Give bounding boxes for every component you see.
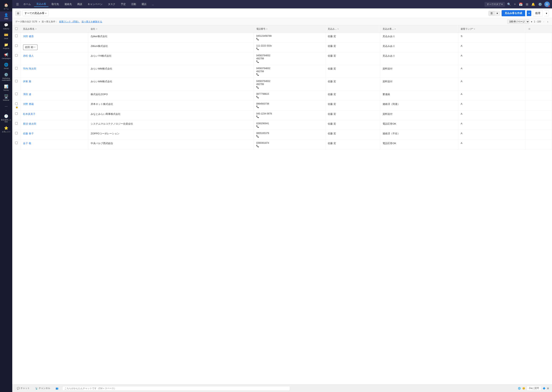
- filter-button[interactable]: ⊟: [15, 11, 21, 16]
- row-checkbox[interactable]: [15, 132, 18, 134]
- row-checkbox[interactable]: [15, 44, 18, 47]
- topnav-item-商談[interactable]: 商談: [75, 2, 85, 7]
- sidebar-item-survey[interactable]: 📊 Survey: [0, 83, 12, 93]
- header-rank-filter-icon[interactable]: ≡: [474, 28, 475, 30]
- header-company-filter-icon[interactable]: ≡: [96, 28, 97, 30]
- highlighted-name-cell[interactable]: 岩田 裕一: [23, 44, 37, 50]
- user-avatar[interactable]: 佐: [544, 1, 550, 7]
- header-status-filter-icon[interactable]: ≡: [394, 28, 396, 30]
- phone-call-icon[interactable]: 📞: [256, 38, 323, 40]
- phone-call-icon[interactable]: 📞: [256, 115, 323, 118]
- lead-name-link[interactable]: 澤田 遼: [23, 93, 31, 96]
- topnav-item-連絡先[interactable]: 連絡先: [62, 2, 74, 7]
- lead-name-link[interactable]: 金子 敬: [23, 142, 31, 145]
- phone-call-icon[interactable]: 📞: [256, 48, 323, 50]
- lead-name-link[interactable]: 赤松 億人: [23, 54, 34, 57]
- phone-call-icon[interactable]: 📞: [256, 145, 323, 147]
- header-owner-filter-icon[interactable]: ≡: [338, 28, 339, 30]
- menu-toggle-button[interactable]: ☰: [15, 2, 20, 7]
- list-view-button[interactable]: ☰: [488, 11, 495, 16]
- people-tab[interactable]: 👥: [54, 386, 60, 391]
- row-checkbox[interactable]: [15, 35, 18, 37]
- sidebar-item-crm[interactable]: 👤 CRM: [0, 12, 12, 21]
- topnav-item-キャンペーン[interactable]: キャンペーン: [85, 2, 105, 7]
- sidebar-item-favorites[interactable]: ⭐ お気に入り: [0, 124, 12, 134]
- phone-call-icon[interactable]: 📞: [256, 86, 323, 89]
- sort-field[interactable]: 顧客ランク（昇順）: [59, 20, 80, 23]
- lead-name-link[interactable]: 伊東 雅: [23, 80, 31, 83]
- chat-input[interactable]: [62, 386, 290, 391]
- table-row: 金子 敬 中央バルブ西武組合 0390361874 📞 佐藤 宏 電話応答OK …: [12, 140, 552, 149]
- topnav-item-通話[interactable]: 通話: [139, 2, 149, 7]
- create-lead-button[interactable]: 見込み客を作成: [501, 10, 525, 16]
- bell-icon[interactable]: 🔔: [530, 2, 536, 7]
- prev-page-button[interactable]: ‹: [543, 20, 545, 24]
- row-checkbox[interactable]: [15, 67, 18, 70]
- header-phone-filter-icon[interactable]: ≡: [266, 28, 267, 30]
- sidebar-item-webinar[interactable]: 🖥️ Webinar: [0, 93, 12, 103]
- topnav-item-取引先[interactable]: 取引先: [49, 2, 61, 7]
- create-lead-dropdown-button[interactable]: ▾: [527, 11, 531, 16]
- topnav-item-...[interactable]: ...: [150, 2, 156, 7]
- lead-name-link[interactable]: 松本真美子: [23, 112, 36, 115]
- sidebar-item-more[interactable]: ··· ...: [0, 103, 12, 112]
- topnav-item-見込み客[interactable]: 見込み客: [34, 1, 49, 7]
- settings-icon[interactable]: ⚙️: [537, 2, 543, 7]
- process-button[interactable]: 処理: [533, 10, 543, 16]
- phone-call-icon[interactable]: 📞: [256, 96, 323, 98]
- channel-tab[interactable]: 📡 チャンネル: [34, 386, 52, 391]
- topnav-item-ホーム[interactable]: ホーム: [21, 2, 33, 7]
- chat-tab[interactable]: 💬 チャット: [15, 386, 31, 391]
- sidebar-item-campaigns[interactable]: 📢 Campaigns: [0, 51, 12, 61]
- bottom-icon2[interactable]: ⊞: [547, 387, 549, 390]
- grid-icon[interactable]: ⊞: [525, 2, 529, 7]
- sidebar-item-recent[interactable]: 🕐 最近使用した 項目: [0, 112, 12, 125]
- sort-clear[interactable]: 並べ替えを解除する: [81, 20, 102, 23]
- search-icon[interactable]: 🔍: [506, 2, 512, 7]
- sidebar-item-projects[interactable]: 📁 Projects: [0, 41, 12, 51]
- lead-name-link[interactable]: 那須 徳太郎: [23, 122, 36, 125]
- row-checkbox[interactable]: [15, 54, 18, 57]
- calendar-icon[interactable]: 📅: [518, 2, 523, 7]
- header-name-filter-icon[interactable]: ≡: [35, 28, 36, 30]
- row-checkbox[interactable]: [15, 142, 18, 144]
- sidebar-item-social[interactable]: 🌐 Social: [0, 61, 12, 71]
- zia-button[interactable]: Ziaに質問: [527, 386, 541, 391]
- per-page-select[interactable]: 100 件 / ページ 50 件 / ページ 25 件 / ページ: [507, 19, 529, 24]
- phone-call-icon[interactable]: 📞: [256, 60, 323, 63]
- lead-name-cell: 宇内 翔太郎: [21, 65, 88, 78]
- sidebar-item-desk[interactable]: 🎫 Desk: [0, 31, 12, 41]
- topnav-item-活動[interactable]: 活動: [129, 2, 138, 7]
- row-checkbox[interactable]: [15, 112, 18, 115]
- row-checkbox[interactable]: [15, 80, 18, 82]
- row-checkbox[interactable]: [15, 93, 18, 95]
- select-all-checkbox[interactable]: [15, 27, 18, 30]
- topnav-item-タスク[interactable]: タスク: [106, 2, 118, 7]
- add-icon[interactable]: +: [513, 2, 516, 7]
- phone-call-icon[interactable]: 📞: [256, 135, 323, 138]
- next-page-button[interactable]: ›: [546, 20, 549, 24]
- column-resize-button[interactable]: ⊞: [528, 27, 531, 31]
- bottom-icon1[interactable]: 🔷: [543, 387, 545, 390]
- phone-number: 04583764832: [256, 67, 323, 70]
- sidebar-item-home[interactable]: 🏠 ホーム: [0, 1, 12, 12]
- phone-call-icon[interactable]: 📞: [256, 105, 323, 108]
- filter-dropdown[interactable]: すべての見込み客 ▾: [22, 10, 49, 16]
- row-checkbox[interactable]: [15, 102, 18, 105]
- phone-call-icon[interactable]: 📞: [256, 73, 323, 76]
- all-tabs-button[interactable]: すべてのタブ ▾: [485, 2, 505, 7]
- emoji-icon[interactable]: 😊: [522, 387, 525, 390]
- lead-name-link[interactable]: 宇内 翔太郎: [23, 67, 36, 70]
- process-dropdown-button[interactable]: ▾: [544, 10, 549, 16]
- lead-name-link[interactable]: 佐藤 泰子: [23, 132, 34, 135]
- sidebar-item-marketing[interactable]: ⚙️ Marketing Automation: [0, 71, 12, 83]
- row-checkbox[interactable]: [15, 122, 18, 125]
- sidebar-item-salesiq[interactable]: 💬 SalesIQ: [0, 21, 12, 31]
- lead-name-link[interactable]: 河野 勇蔵: [23, 103, 34, 105]
- lead-name-link[interactable]: 河田 健吾: [23, 35, 34, 38]
- topnav-item-予定[interactable]: 予定: [118, 2, 128, 7]
- globe-icon[interactable]: 🌐: [518, 387, 521, 390]
- phone-cell: 0390361874 📞: [254, 140, 326, 149]
- phone-call-icon[interactable]: 📞: [256, 125, 323, 128]
- grid-view-button[interactable]: ▾: [495, 11, 500, 16]
